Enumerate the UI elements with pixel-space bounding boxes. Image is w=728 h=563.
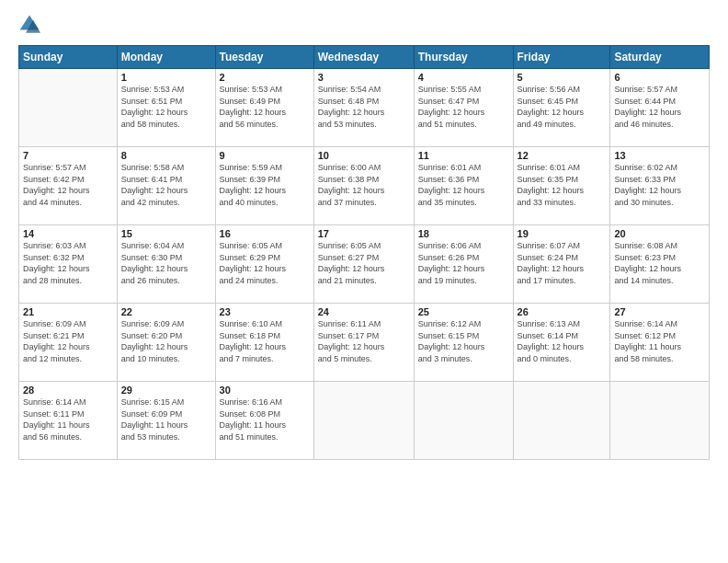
calendar-day-cell [513,382,610,460]
day-number: 20 [614,228,705,239]
day-number: 25 [418,306,509,317]
day-info: Sunrise: 6:01 AM Sunset: 6:36 PM Dayligh… [418,162,509,208]
day-info: Sunrise: 6:04 AM Sunset: 6:30 PM Dayligh… [121,240,211,286]
calendar-day-cell: 28Sunrise: 6:14 AM Sunset: 6:11 PM Dayli… [19,382,118,460]
calendar-week-row: 1Sunrise: 5:53 AM Sunset: 6:51 PM Daylig… [19,69,710,147]
day-number: 11 [418,150,509,161]
calendar-day-header: Sunday [19,46,118,69]
calendar-week-row: 7Sunrise: 5:57 AM Sunset: 6:42 PM Daylig… [19,147,710,225]
day-number: 19 [518,228,607,239]
day-info: Sunrise: 5:53 AM Sunset: 6:51 PM Dayligh… [121,84,211,130]
calendar-day-cell: 9Sunrise: 5:59 AM Sunset: 6:39 PM Daylig… [215,147,313,225]
calendar-day-cell: 13Sunrise: 6:02 AM Sunset: 6:33 PM Dayli… [610,147,710,225]
day-info: Sunrise: 6:10 AM Sunset: 6:18 PM Dayligh… [220,318,310,364]
day-number: 27 [614,306,705,317]
calendar-day-cell: 5Sunrise: 5:56 AM Sunset: 6:45 PM Daylig… [513,69,610,147]
day-info: Sunrise: 6:01 AM Sunset: 6:35 PM Dayligh… [518,162,607,208]
calendar-day-cell [313,382,414,460]
calendar-day-cell: 25Sunrise: 6:12 AM Sunset: 6:15 PM Dayli… [414,304,513,382]
day-info: Sunrise: 6:08 AM Sunset: 6:23 PM Dayligh… [614,240,705,286]
calendar-day-header: Wednesday [313,46,414,69]
calendar-day-cell [610,382,710,460]
day-number: 13 [614,150,705,161]
calendar-day-cell: 29Sunrise: 6:15 AM Sunset: 6:09 PM Dayli… [117,382,215,460]
day-info: Sunrise: 6:14 AM Sunset: 6:11 PM Dayligh… [23,396,113,442]
day-info: Sunrise: 5:57 AM Sunset: 6:42 PM Dayligh… [23,162,113,208]
header [18,14,710,36]
day-number: 10 [318,150,410,161]
calendar-week-row: 14Sunrise: 6:03 AM Sunset: 6:32 PM Dayli… [19,225,710,304]
day-number: 9 [220,150,310,161]
day-info: Sunrise: 6:16 AM Sunset: 6:08 PM Dayligh… [220,396,310,442]
calendar-day-cell: 21Sunrise: 6:09 AM Sunset: 6:21 PM Dayli… [19,304,118,382]
day-number: 30 [220,385,310,396]
calendar-day-cell: 26Sunrise: 6:13 AM Sunset: 6:14 PM Dayli… [513,304,610,382]
day-number: 22 [121,306,211,317]
day-info: Sunrise: 6:00 AM Sunset: 6:38 PM Dayligh… [318,162,410,208]
day-number: 2 [220,72,310,83]
calendar-header-row: SundayMondayTuesdayWednesdayThursdayFrid… [19,46,710,69]
calendar-day-cell: 15Sunrise: 6:04 AM Sunset: 6:30 PM Dayli… [117,225,215,304]
calendar-day-cell: 22Sunrise: 6:09 AM Sunset: 6:20 PM Dayli… [117,304,215,382]
calendar-day-cell: 12Sunrise: 6:01 AM Sunset: 6:35 PM Dayli… [513,147,610,225]
calendar-day-cell [19,69,118,147]
calendar-day-cell: 10Sunrise: 6:00 AM Sunset: 6:38 PM Dayli… [313,147,414,225]
calendar-day-cell: 4Sunrise: 5:55 AM Sunset: 6:47 PM Daylig… [414,69,513,147]
day-info: Sunrise: 6:12 AM Sunset: 6:15 PM Dayligh… [418,318,509,364]
page: SundayMondayTuesdayWednesdayThursdayFrid… [0,0,728,563]
day-number: 15 [121,228,211,239]
calendar-week-row: 28Sunrise: 6:14 AM Sunset: 6:11 PM Dayli… [19,382,710,460]
day-info: Sunrise: 5:55 AM Sunset: 6:47 PM Dayligh… [418,84,509,130]
calendar-day-cell: 27Sunrise: 6:14 AM Sunset: 6:12 PM Dayli… [610,304,710,382]
calendar-day-cell: 1Sunrise: 5:53 AM Sunset: 6:51 PM Daylig… [117,69,215,147]
day-number: 26 [518,306,607,317]
calendar-table: SundayMondayTuesdayWednesdayThursdayFrid… [18,45,710,460]
day-number: 7 [23,150,113,161]
calendar-day-header: Monday [117,46,215,69]
day-info: Sunrise: 5:53 AM Sunset: 6:49 PM Dayligh… [220,84,310,130]
day-info: Sunrise: 6:07 AM Sunset: 6:24 PM Dayligh… [518,240,607,286]
day-number: 17 [318,228,410,239]
day-number: 18 [418,228,509,239]
day-info: Sunrise: 6:14 AM Sunset: 6:12 PM Dayligh… [614,318,705,364]
day-info: Sunrise: 5:58 AM Sunset: 6:41 PM Dayligh… [121,162,211,208]
calendar-day-cell: 19Sunrise: 6:07 AM Sunset: 6:24 PM Dayli… [513,225,610,304]
day-info: Sunrise: 6:15 AM Sunset: 6:09 PM Dayligh… [121,396,211,442]
calendar-day-cell: 24Sunrise: 6:11 AM Sunset: 6:17 PM Dayli… [313,304,414,382]
day-number: 5 [518,72,607,83]
day-number: 4 [418,72,509,83]
day-info: Sunrise: 6:06 AM Sunset: 6:26 PM Dayligh… [418,240,509,286]
calendar-week-row: 21Sunrise: 6:09 AM Sunset: 6:21 PM Dayli… [19,304,710,382]
day-info: Sunrise: 6:09 AM Sunset: 6:21 PM Dayligh… [23,318,113,364]
calendar-day-cell: 18Sunrise: 6:06 AM Sunset: 6:26 PM Dayli… [414,225,513,304]
day-number: 1 [121,72,211,83]
day-number: 24 [318,306,410,317]
day-number: 23 [220,306,310,317]
day-number: 12 [518,150,607,161]
calendar-day-header: Thursday [414,46,513,69]
day-number: 21 [23,306,113,317]
calendar-day-cell: 3Sunrise: 5:54 AM Sunset: 6:48 PM Daylig… [313,69,414,147]
calendar-day-cell: 30Sunrise: 6:16 AM Sunset: 6:08 PM Dayli… [215,382,313,460]
day-number: 28 [23,385,113,396]
day-info: Sunrise: 5:57 AM Sunset: 6:44 PM Dayligh… [614,84,705,130]
calendar-day-cell: 20Sunrise: 6:08 AM Sunset: 6:23 PM Dayli… [610,225,710,304]
day-number: 3 [318,72,410,83]
calendar-day-cell: 23Sunrise: 6:10 AM Sunset: 6:18 PM Dayli… [215,304,313,382]
calendar-day-cell: 7Sunrise: 5:57 AM Sunset: 6:42 PM Daylig… [19,147,118,225]
day-info: Sunrise: 6:03 AM Sunset: 6:32 PM Dayligh… [23,240,113,286]
day-number: 8 [121,150,211,161]
logo-icon [18,14,40,36]
day-info: Sunrise: 6:11 AM Sunset: 6:17 PM Dayligh… [318,318,410,364]
calendar-day-cell: 17Sunrise: 6:05 AM Sunset: 6:27 PM Dayli… [313,225,414,304]
day-info: Sunrise: 6:02 AM Sunset: 6:33 PM Dayligh… [614,162,705,208]
day-info: Sunrise: 6:09 AM Sunset: 6:20 PM Dayligh… [121,318,211,364]
day-info: Sunrise: 6:13 AM Sunset: 6:14 PM Dayligh… [518,318,607,364]
calendar-day-cell: 8Sunrise: 5:58 AM Sunset: 6:41 PM Daylig… [117,147,215,225]
day-info: Sunrise: 5:59 AM Sunset: 6:39 PM Dayligh… [220,162,310,208]
day-number: 16 [220,228,310,239]
calendar-day-cell: 11Sunrise: 6:01 AM Sunset: 6:36 PM Dayli… [414,147,513,225]
calendar-day-header: Tuesday [215,46,313,69]
calendar-day-header: Friday [513,46,610,69]
calendar-day-header: Saturday [610,46,710,69]
